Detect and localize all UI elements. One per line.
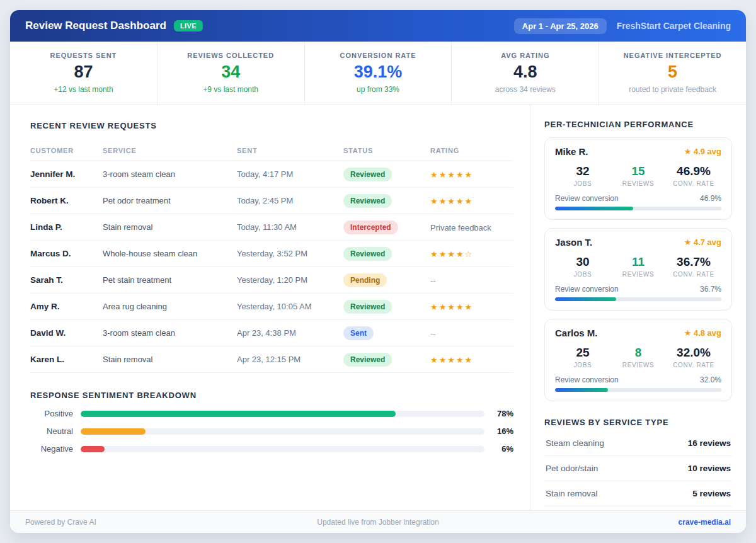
table-row[interactable]: Jennifer M.3-room steam cleanToday, 4:17… bbox=[30, 161, 513, 188]
stat-value: 46.9% bbox=[666, 164, 721, 178]
sentiment-bar-fill bbox=[81, 428, 146, 435]
stat-label: CONV. RATE bbox=[666, 271, 721, 278]
sentiment-rows: Positive78%Neutral16%Negative6% bbox=[30, 409, 513, 454]
column-header-customer: CUSTOMER bbox=[30, 147, 103, 154]
table-row[interactable]: Amy R.Area rug cleaningYesterday, 10:05 … bbox=[30, 294, 513, 320]
date-range-pill[interactable]: Apr 1 - Apr 25, 2026 bbox=[514, 18, 607, 34]
sentiment-section: RESPONSE SENTIMENT BREAKDOWN Positive78%… bbox=[30, 391, 513, 454]
technician-stats: 25JOBS8REVIEWS32.0%CONV. RATE bbox=[555, 346, 721, 369]
sentiment-bar-track bbox=[81, 428, 484, 435]
technician-stats: 30JOBS11REVIEWS36.7%CONV. RATE bbox=[555, 255, 721, 278]
cell-customer: Karen L. bbox=[30, 355, 103, 364]
technician-stat-reviews: 11REVIEWS bbox=[610, 255, 666, 278]
table-row[interactable]: David W.3-room steam cleanApr 23, 4:38 P… bbox=[30, 320, 513, 346]
technician-card-header: Mike R.★ 4.9 avg bbox=[555, 146, 721, 157]
review-requests-table: CUSTOMERSERVICESENTSTATUSRATING Jennifer… bbox=[30, 140, 513, 373]
sentiment-bar-track bbox=[81, 411, 484, 417]
sentiment-percent: 78% bbox=[484, 409, 513, 418]
service-type-count: 10 reviews bbox=[688, 464, 731, 473]
status-badge: Reviewed bbox=[343, 247, 392, 261]
conversion-label: Review conversion bbox=[555, 285, 619, 294]
kpi-label: CONVERSION RATE bbox=[340, 52, 416, 59]
technician-stat-reviews: 15REVIEWS bbox=[610, 164, 666, 187]
sentiment-row: Positive78% bbox=[30, 409, 513, 418]
cell-sent: Yesterday, 10:05 AM bbox=[237, 302, 343, 311]
kpi-value: 87 bbox=[74, 64, 93, 81]
kpi-value: 39.1% bbox=[354, 64, 403, 81]
kpi-label: NEGATIVE INTERCEPTED bbox=[624, 52, 722, 59]
app-footer: Powered by Crave AI Updated live from Jo… bbox=[10, 510, 746, 533]
table-row[interactable]: Sarah T.Pet stain treatmentYesterday, 1:… bbox=[30, 267, 513, 294]
conversion-row: Review conversion36.7% bbox=[555, 285, 721, 294]
footer-powered-by: Powered by Crave AI bbox=[25, 518, 260, 527]
rating-stars: ★★★★☆ bbox=[430, 249, 473, 259]
status-badge: Pending bbox=[343, 273, 387, 287]
service-type-name: Pet odor/stain bbox=[546, 464, 598, 473]
cell-status: Reviewed bbox=[343, 168, 430, 181]
cell-customer: Jennifer M. bbox=[30, 169, 103, 179]
technician-card-header: Carlos M.★ 4.8 avg bbox=[555, 328, 721, 338]
cell-rating: ★★★★★ bbox=[430, 195, 513, 207]
cell-customer: Marcus D. bbox=[30, 249, 103, 258]
service-type-row: Steam cleaning16 reviews bbox=[544, 431, 732, 456]
cell-sent: Today, 4:17 PM bbox=[237, 169, 343, 179]
conversion-percent: 32.0% bbox=[700, 375, 721, 384]
service-type-row: Stain removal5 reviews bbox=[544, 481, 732, 506]
technician-stat-conv-rate: 46.9%CONV. RATE bbox=[666, 164, 721, 187]
cell-rating: ★★★★☆ bbox=[430, 248, 513, 260]
column-header-status: STATUS bbox=[343, 147, 430, 154]
company-name: FreshStart Carpet Cleaning bbox=[617, 21, 731, 31]
service-type-name: Steam cleaning bbox=[546, 438, 604, 448]
rating-empty: -- bbox=[430, 329, 436, 338]
cell-service: Stain removal bbox=[103, 222, 237, 232]
cell-customer: Linda P. bbox=[30, 222, 103, 232]
header-right: Apr 1 - Apr 25, 2026 FreshStart Carpet C… bbox=[514, 18, 731, 34]
technician-stat-reviews: 8REVIEWS bbox=[610, 346, 666, 369]
column-header-rating: RATING bbox=[430, 147, 513, 154]
table-row[interactable]: Robert K.Pet odor treatmentToday, 2:45 P… bbox=[30, 188, 513, 214]
technician-stat-jobs: 30JOBS bbox=[555, 255, 610, 278]
table-row[interactable]: Linda P.Stain removalToday, 11:30 AMInte… bbox=[30, 214, 513, 241]
recent-requests-title: RECENT REVIEW REQUESTS bbox=[30, 121, 513, 130]
technician-stat-jobs: 32JOBS bbox=[555, 164, 610, 187]
conversion-progress-bar bbox=[555, 388, 608, 392]
sentiment-label: Neutral bbox=[30, 426, 81, 436]
stat-value: 36.7% bbox=[666, 255, 721, 269]
kpi-subtext: up from 33% bbox=[357, 85, 399, 94]
sentiment-row: Negative6% bbox=[30, 444, 513, 454]
conversion-percent: 36.7% bbox=[700, 285, 721, 294]
stat-label: JOBS bbox=[555, 180, 610, 187]
technician-name: Carlos M. bbox=[555, 328, 598, 338]
kpi-value: 5 bbox=[668, 64, 677, 81]
kpi-subtext: +12 vs last month bbox=[54, 85, 113, 94]
cell-rating: -- bbox=[430, 275, 513, 286]
sentiment-bar-fill bbox=[81, 446, 105, 452]
cell-rating: ★★★★★ bbox=[430, 354, 513, 365]
kpi-label: REVIEWS COLLECTED bbox=[187, 52, 274, 59]
kpi-label: AVG RATING bbox=[501, 52, 549, 59]
sentiment-label: Positive bbox=[30, 409, 81, 418]
sentiment-percent: 16% bbox=[484, 426, 513, 436]
technician-avg-rating: ★ 4.7 avg bbox=[684, 237, 721, 247]
cell-service: Pet stain treatment bbox=[103, 275, 237, 285]
stat-label: JOBS bbox=[555, 271, 610, 278]
technician-card: Jason T.★ 4.7 avg30JOBS11REVIEWS36.7%CON… bbox=[544, 228, 732, 311]
table-row[interactable]: Marcus D.Whole-house steam cleanYesterda… bbox=[30, 241, 513, 267]
column-header-sent: SENT bbox=[237, 147, 343, 154]
cell-sent: Today, 2:45 PM bbox=[237, 196, 343, 205]
cell-customer: David W. bbox=[30, 328, 103, 338]
sentiment-row: Neutral16% bbox=[30, 426, 513, 436]
kpi-card: CONVERSION RATE39.1%up from 33% bbox=[305, 42, 452, 104]
cell-rating: ★★★★★ bbox=[430, 169, 513, 180]
conversion-label: Review conversion bbox=[555, 194, 619, 203]
cell-sent: Today, 11:30 AM bbox=[237, 222, 343, 232]
cell-sent: Yesterday, 3:52 PM bbox=[237, 249, 343, 258]
technician-avg-rating: ★ 4.8 avg bbox=[684, 328, 721, 338]
table-row[interactable]: Karen L.Stain removalApr 23, 12:15 PMRev… bbox=[30, 346, 513, 373]
cell-service: Area rug cleaning bbox=[103, 302, 237, 311]
service-type-title: REVIEWS BY SERVICE TYPE bbox=[544, 418, 732, 427]
crave-media-link[interactable]: crave-media.ai bbox=[496, 518, 731, 527]
cell-status: Sent bbox=[343, 326, 430, 340]
content-area: RECENT REVIEW REQUESTS CUSTOMERSERVICESE… bbox=[10, 105, 746, 510]
kpi-card: AVG RATING4.8across 34 reviews bbox=[452, 42, 599, 104]
